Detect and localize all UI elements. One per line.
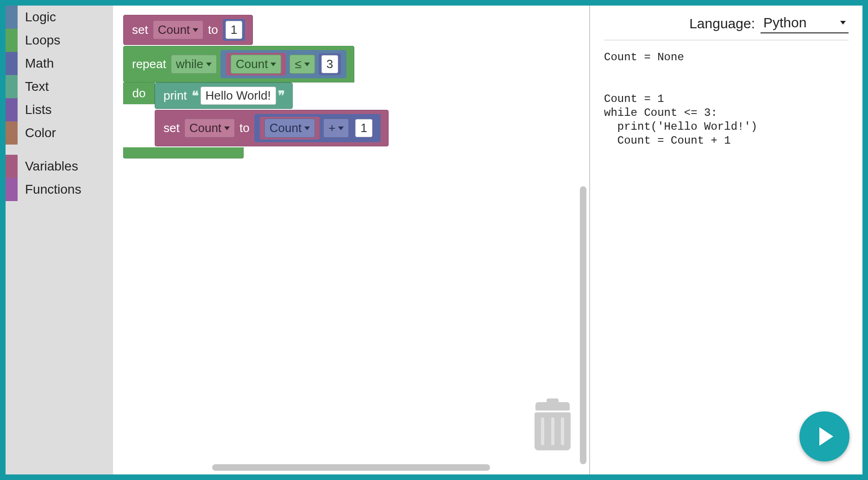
variable-name: Count [270,121,302,135]
swatch-lists [6,98,18,121]
chevron-down-icon [304,63,310,66]
language-value: Python [763,15,806,31]
play-icon [819,427,833,446]
loop-body: print ❝ Hello World! ❞ set Count [155,82,389,147]
block-arithmetic[interactable]: Count + 1 [254,114,381,142]
math-number-block[interactable]: 1 [223,19,245,41]
block-while-loop[interactable]: repeat while Count [123,46,389,158]
toolbox-label: Functions [18,182,81,197]
loop-footer [123,147,244,158]
toolbox-item-functions[interactable]: Functions [6,178,113,201]
vertical-scrollbar[interactable] [580,186,586,464]
keyword-to: to [239,121,250,135]
toolbox-label: Loops [18,33,60,48]
keyword-set: set [132,23,148,37]
chevron-down-icon [840,21,846,25]
toolbox-item-math[interactable]: Math [6,52,113,75]
run-button[interactable] [799,411,849,461]
arith-op-dropdown[interactable]: + [323,119,349,138]
block-stack-root: set Count to 1 repeat while [123,15,579,158]
quote-left-icon: ❝ [192,88,199,103]
block-variable-get[interactable]: Count [260,117,320,139]
toolbox-label: Color [18,126,56,140]
block-variable-get[interactable]: Count [226,53,286,76]
toolbox-item-color[interactable]: Color [6,121,113,145]
block-print[interactable]: print ❝ Hello World! ❞ [155,82,293,109]
keyword-to: to [208,23,218,37]
toolbox-sidebar: Logic Loops Math Text Lists Color Variab… [6,6,113,474]
arith-op: + [328,121,335,135]
variable-dropdown[interactable]: Count [184,119,235,138]
keyword-print: print [164,88,187,103]
variable-name: Count [189,121,221,135]
math-number-block[interactable]: 3 [319,53,341,75]
chevron-down-icon [193,28,198,32]
number-field[interactable]: 1 [226,21,242,39]
toolbox-item-loops[interactable]: Loops [6,29,113,52]
variable-name: Count [158,23,190,37]
compare-op-dropdown[interactable]: ≤ [289,55,314,74]
variable-dropdown[interactable]: Count [231,55,281,74]
block-compare[interactable]: Count ≤ 3 [220,50,346,78]
block-set-variable[interactable]: set Count to Count [155,110,389,146]
swatch-functions [6,178,18,201]
app-frame: Logic Loops Math Text Lists Color Variab… [6,6,862,474]
swatch-text [6,75,18,98]
loop-mode: while [176,57,203,71]
variable-dropdown[interactable]: Count [153,20,203,39]
toolbox-separator [6,145,113,155]
compare-op: ≤ [295,57,301,71]
swatch-color [6,121,18,145]
block-canvas[interactable]: set Count to 1 repeat while [113,6,589,474]
text-field[interactable]: Hello World! [201,87,276,105]
swatch-math [6,52,18,75]
toolbox-label: Math [18,56,54,71]
swatch-logic [6,6,18,29]
language-select[interactable]: Python [761,14,849,33]
swatch-loops [6,29,18,52]
loop-mode-dropdown[interactable]: while [171,55,217,74]
keyword-do: do [132,86,146,101]
toolbox-item-logic[interactable]: Logic [6,6,113,29]
math-number-block[interactable]: 1 [352,117,375,139]
variable-dropdown[interactable]: Count [264,119,315,138]
chevron-down-icon [270,63,276,66]
chevron-down-icon [338,126,344,130]
number-field[interactable]: 1 [355,119,372,137]
block-workspace[interactable]: set Count to 1 repeat while [113,6,589,474]
toolbox-item-variables[interactable]: Variables [6,155,113,178]
language-label: Language: [689,16,755,32]
toolbox-label: Text [18,79,49,94]
keyword-set: set [164,121,180,135]
keyword-repeat: repeat [132,57,166,71]
horizontal-scrollbar[interactable] [212,464,490,471]
chevron-down-icon [206,63,212,66]
toolbox-label: Logic [18,10,56,25]
toolbox-item-text[interactable]: Text [6,75,113,98]
toolbox-label: Lists [18,102,52,117]
swatch-variables [6,155,18,178]
code-panel: Language: Python Count = None Count = 1 … [589,6,862,474]
language-row: Language: Python [604,14,849,40]
toolbox-label: Variables [18,159,78,174]
toolbox-item-lists[interactable]: Lists [6,98,113,121]
chevron-down-icon [224,126,230,130]
block-set-variable[interactable]: set Count to 1 [123,15,253,45]
generated-code: Count = None Count = 1 while Count <= 3:… [604,51,849,148]
number-field[interactable]: 3 [321,55,338,73]
variable-name: Count [236,57,268,71]
trash-icon[interactable] [535,402,571,450]
chevron-down-icon [304,126,310,130]
quote-right-icon: ❞ [278,88,285,103]
